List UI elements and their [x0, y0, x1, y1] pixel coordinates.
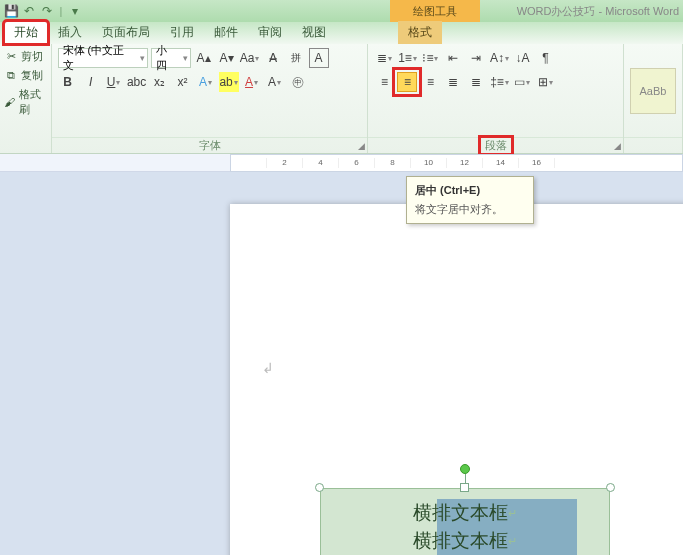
scissors-icon: ✂ [4, 50, 18, 64]
group-font: 宋体 (中文正文 小四 A▴ A▾ Aa A̶ 拼 A B I U abc x₂… [52, 44, 369, 153]
resize-handle-tl[interactable] [315, 483, 324, 492]
ruler-tick: 2 [267, 158, 303, 168]
align-center-button[interactable]: ≡ [397, 72, 417, 92]
align-left-button[interactable]: ≡ [374, 72, 394, 92]
enclose-characters-button[interactable]: ㊥ [288, 72, 308, 92]
ruler-tick [231, 158, 267, 168]
ruler-tick: 12 [447, 158, 483, 168]
borders-button[interactable]: ⊞ [535, 72, 555, 92]
tab-mailings[interactable]: 邮件 [204, 21, 248, 44]
grow-font-button[interactable]: A▴ [194, 48, 214, 68]
bullets-button[interactable]: ≣ [374, 48, 394, 68]
change-case-button[interactable]: Aa [240, 48, 260, 68]
ruler-tick: 10 [411, 158, 447, 168]
brush-icon: 🖌 [4, 95, 16, 109]
font-dialog-launcher-icon[interactable]: ◢ [358, 141, 365, 151]
text-direction-button[interactable]: A↕ [489, 48, 509, 68]
increase-indent-button[interactable]: ⇥ [466, 48, 486, 68]
highlight-button[interactable]: ab [219, 72, 239, 92]
tab-page-layout[interactable]: 页面布局 [92, 21, 160, 44]
align-right-button[interactable]: ≡ [420, 72, 440, 92]
justify-button[interactable]: ≣ [443, 72, 463, 92]
format-painter-label: 格式刷 [19, 87, 47, 117]
line-spacing-button[interactable]: ‡≡ [489, 72, 509, 92]
phonetic-guide-button[interactable]: 拼 [286, 48, 306, 68]
cut-label: 剪切 [21, 49, 43, 64]
sort-button[interactable]: ↓A [512, 48, 532, 68]
textbox-line: 横排文本框 [321, 499, 609, 527]
style-swatch-normal[interactable]: AaBb [630, 68, 676, 114]
qat-separator: | [58, 5, 64, 17]
copy-icon: ⧉ [4, 69, 18, 83]
font-group-label: 字体 ◢ [52, 137, 368, 153]
group-clipboard: ✂ 剪切 ⧉ 复制 🖌 格式刷 [0, 44, 52, 153]
ruler-tick: 4 [303, 158, 339, 168]
document-title: WORD办公技巧 - Microsoft Word [517, 4, 679, 19]
bold-button[interactable]: B [58, 72, 78, 92]
character-shading-button[interactable]: A [265, 72, 285, 92]
contextual-tab-drawing-tools: 绘图工具 [390, 0, 480, 22]
tooltip-body: 将文字居中对齐。 [415, 202, 525, 217]
copy-button[interactable]: ⧉ 复制 [2, 67, 49, 84]
textbox-line: 横排文本框 [321, 527, 609, 555]
ruler-area: 2 4 6 8 10 12 14 16 [0, 154, 683, 172]
tab-home[interactable]: 开始 [4, 21, 48, 44]
tooltip-title: 居中 (Ctrl+E) [415, 183, 525, 198]
font-size-select[interactable]: 小四 [151, 48, 191, 68]
ruler-tick: 6 [339, 158, 375, 168]
tab-view[interactable]: 视图 [292, 21, 336, 44]
textbox-body[interactable]: 横排文本框 横排文本框 横排文本框 横排文本框 横排文本框 [320, 488, 610, 555]
italic-button[interactable]: I [81, 72, 101, 92]
ruler-tick: 16 [519, 158, 555, 168]
font-family-select[interactable]: 宋体 (中文正文 [58, 48, 148, 68]
tab-review[interactable]: 审阅 [248, 21, 292, 44]
tab-insert[interactable]: 插入 [48, 21, 92, 44]
paragraph-mark-icon: ↲ [262, 360, 274, 377]
textbox-shape[interactable]: 横排文本框 横排文本框 横排文本框 横排文本框 横排文本框 [320, 488, 610, 555]
document-canvas: ↲ 横排文本框 横排文本框 横排文本框 横排文本框 横排文本框 [0, 172, 683, 555]
ribbon-tabs: 开始 插入 页面布局 引用 邮件 审阅 视图 格式 [0, 22, 683, 44]
underline-button[interactable]: U [104, 72, 124, 92]
tab-references[interactable]: 引用 [160, 21, 204, 44]
show-marks-button[interactable]: ¶ [535, 48, 555, 68]
superscript-button[interactable]: x² [173, 72, 193, 92]
tab-format[interactable]: 格式 [398, 21, 442, 44]
textbox-text[interactable]: 横排文本框 横排文本框 横排文本框 横排文本框 横排文本框 [321, 499, 609, 555]
paragraph-dialog-launcher-icon[interactable]: ◢ [614, 141, 621, 151]
align-center-highlight: ≡ [397, 72, 417, 92]
ribbon: ✂ 剪切 ⧉ 复制 🖌 格式刷 宋体 (中文正文 小四 A▴ A▾ Aa A̶ … [0, 44, 683, 154]
group-styles: AaBb [624, 44, 683, 153]
numbering-button[interactable]: 1≡ [397, 48, 417, 68]
save-icon[interactable]: 💾 [4, 4, 18, 18]
shading-button[interactable]: ▭ [512, 72, 532, 92]
shrink-font-button[interactable]: A▾ [217, 48, 237, 68]
font-color-button[interactable]: A [242, 72, 262, 92]
text-effects-button[interactable]: A [196, 72, 216, 92]
resize-handle-tr[interactable] [606, 483, 615, 492]
resize-handle-tm[interactable] [460, 483, 469, 492]
format-painter-button[interactable]: 🖌 格式刷 [2, 86, 49, 118]
cut-button[interactable]: ✂ 剪切 [2, 48, 49, 65]
tooltip-center-align: 居中 (Ctrl+E) 将文字居中对齐。 [406, 176, 534, 224]
subscript-button[interactable]: x₂ [150, 72, 170, 92]
character-border-button[interactable]: A [309, 48, 329, 68]
decrease-indent-button[interactable]: ⇤ [443, 48, 463, 68]
group-paragraph: ≣ 1≡ ⁝≡ ⇤ ⇥ A↕ ↓A ¶ ≡ ≡ ≡ ≣ ≣ ‡≡ ▭ ⊞ [368, 44, 624, 153]
multilevel-list-button[interactable]: ⁝≡ [420, 48, 440, 68]
horizontal-ruler[interactable]: 2 4 6 8 10 12 14 16 [230, 154, 683, 172]
clear-formatting-button[interactable]: A̶ [263, 48, 283, 68]
paragraph-group-label: 段落 ◢ [368, 137, 623, 153]
distributed-button[interactable]: ≣ [466, 72, 486, 92]
paragraph-label-highlight: 段落 [481, 138, 511, 153]
ruler-tick: 8 [375, 158, 411, 168]
rotate-handle[interactable] [460, 464, 470, 474]
undo-icon[interactable]: ↶ [22, 4, 36, 18]
copy-label: 复制 [21, 68, 43, 83]
redo-icon[interactable]: ↷ [40, 4, 54, 18]
strikethrough-button[interactable]: abc [127, 72, 147, 92]
title-bar: 💾 ↶ ↷ | ▾ WORD办公技巧 - Microsoft Word 绘图工具 [0, 0, 683, 22]
ruler-tick: 14 [483, 158, 519, 168]
styles-group-label [624, 137, 682, 153]
quick-access-toolbar: 💾 ↶ ↷ | ▾ [4, 4, 82, 18]
customize-qat-icon[interactable]: ▾ [68, 4, 82, 18]
